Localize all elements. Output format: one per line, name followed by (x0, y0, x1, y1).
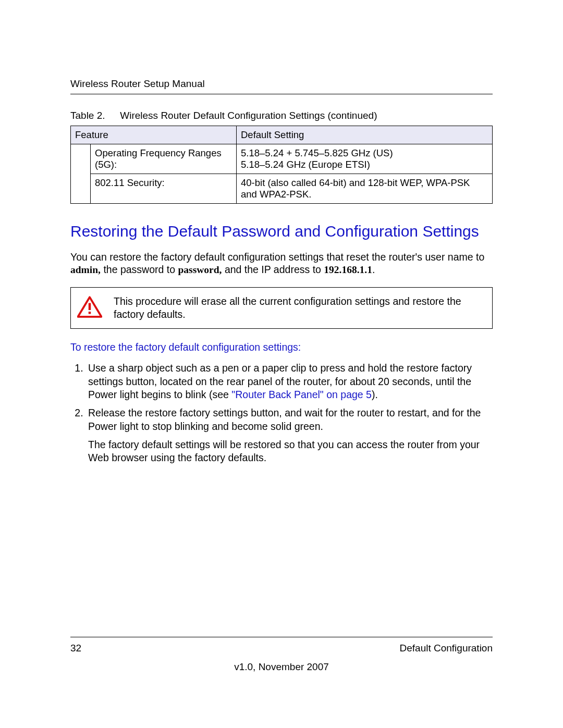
warning-box: This procedure will erase all the curren… (70, 287, 493, 329)
settings-table: Feature Default Setting Operating Freque… (70, 126, 493, 204)
steps-list: Use a sharp object such as a pen or a pa… (70, 362, 493, 464)
step-text: ). (372, 389, 378, 400)
page-footer: 32 Default Configuration v1.0, November … (70, 637, 493, 673)
table-caption: Table 2. Wireless Router Default Configu… (70, 110, 493, 121)
intro-ip: 192.168.1.1 (324, 264, 372, 275)
intro-text: . (372, 264, 375, 275)
cell-feature: Operating Frequency Ranges (5G): (91, 144, 237, 174)
intro-paragraph: You can restore the factory default conf… (70, 251, 493, 277)
cell-value-line: 5.18–5.24 + 5.745–5.825 GHz (US) (241, 147, 488, 159)
cell-value: 40-bit (also called 64-bit) and 128-bit … (237, 174, 493, 204)
step-text: Release the restore factory settings but… (88, 407, 481, 431)
intro-text: and the IP address to (222, 264, 324, 275)
row-indent-cell (71, 144, 91, 204)
intro-text: the password to (101, 264, 178, 275)
step-item: Release the restore factory settings but… (86, 406, 493, 464)
intro-text: You can restore the factory default conf… (70, 251, 484, 263)
step-item: Use a sharp object such as a pen or a pa… (86, 362, 493, 401)
footer-row: 32 Default Configuration (70, 643, 493, 654)
warning-icon (77, 296, 104, 320)
header-rule (70, 94, 493, 94)
svg-rect-1 (89, 303, 91, 310)
footer-section: Default Configuration (400, 643, 493, 654)
warning-text: This procedure will erase all the curren… (114, 295, 486, 321)
th-feature: Feature (71, 126, 237, 144)
table-header-row: Feature Default Setting (71, 126, 493, 144)
cell-value-line: 5.18–5.24 GHz (Europe ETSI) (241, 159, 488, 170)
cell-feature: 802.11 Security: (91, 174, 237, 204)
th-default: Default Setting (237, 126, 493, 144)
footer-rule (70, 637, 493, 637)
intro-password: password, (178, 264, 222, 275)
table-row: 802.11 Security: 40-bit (also called 64-… (71, 174, 493, 204)
intro-admin: admin, (70, 264, 101, 275)
procedure-subhead: To restore the factory default configura… (70, 341, 493, 353)
cross-reference-link[interactable]: "Router Back Panel" on page 5 (231, 389, 372, 400)
page-number: 32 (70, 643, 81, 654)
step-after-text: The factory default settings will be res… (88, 438, 493, 465)
cell-value: 5.18–5.24 + 5.745–5.825 GHz (US) 5.18–5.… (237, 144, 493, 174)
table-row: Operating Frequency Ranges (5G): 5.18–5.… (71, 144, 493, 174)
footer-version: v1.0, November 2007 (70, 661, 493, 673)
section-heading: Restoring the Default Password and Confi… (70, 221, 493, 241)
page: Wireless Router Setup Manual Table 2. Wi… (0, 0, 563, 728)
svg-rect-2 (89, 312, 91, 314)
running-header: Wireless Router Setup Manual (70, 78, 493, 90)
table-label: Table 2. (70, 110, 117, 121)
table-caption-text: Wireless Router Default Configuration Se… (120, 110, 377, 121)
